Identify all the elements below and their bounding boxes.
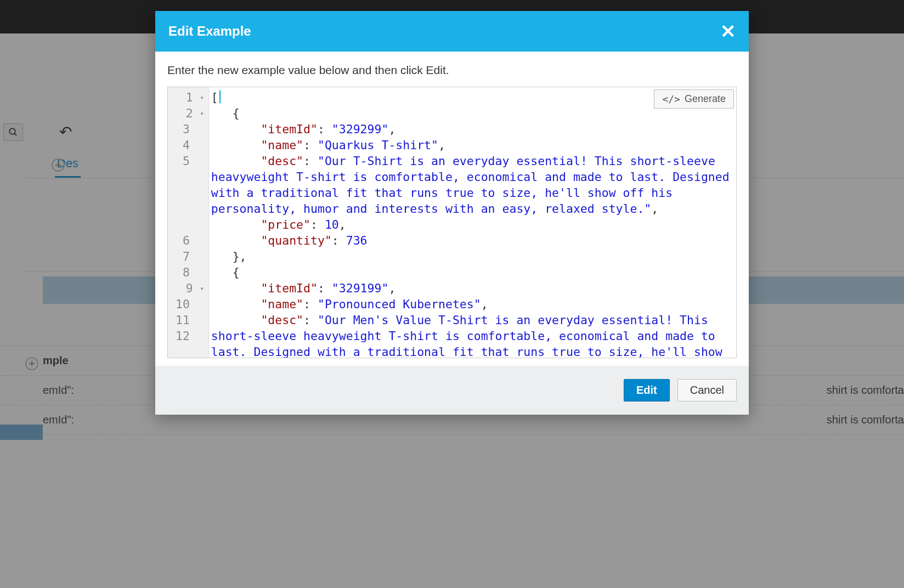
modal-footer: Edit Cancel	[155, 366, 749, 415]
line-gutter: 1 ▾2 ▾3 4 5 6 7 8 9 ▾10 11 12	[168, 87, 209, 358]
edit-example-modal: Edit Example ✕ Enter the new example val…	[155, 11, 749, 415]
modal-title: Edit Example	[168, 24, 251, 39]
editor-surface[interactable]: 1 ▾2 ▾3 4 5 6 7 8 9 ▾10 11 12 [ { "itemI…	[168, 87, 736, 358]
edit-button[interactable]: Edit	[624, 379, 670, 402]
close-icon[interactable]: ✕	[720, 22, 736, 41]
modal-overlay: Edit Example ✕ Enter the new example val…	[0, 0, 904, 588]
generate-button[interactable]: </> Generate	[654, 89, 734, 109]
cancel-button[interactable]: Cancel	[677, 379, 737, 402]
code-area[interactable]: [ { "itemId": "329299", "name": "Quarkus…	[209, 87, 736, 358]
modal-header: Edit Example ✕	[155, 11, 749, 52]
modal-instruction: Enter the new example value below and th…	[167, 64, 737, 77]
generate-label: Generate	[685, 93, 726, 105]
modal-body: Enter the new example value below and th…	[155, 52, 749, 358]
json-editor[interactable]: </> Generate 1 ▾2 ▾3 4 5 6 7 8 9 ▾10 11 …	[167, 87, 737, 358]
code-icon: </>	[662, 93, 680, 105]
